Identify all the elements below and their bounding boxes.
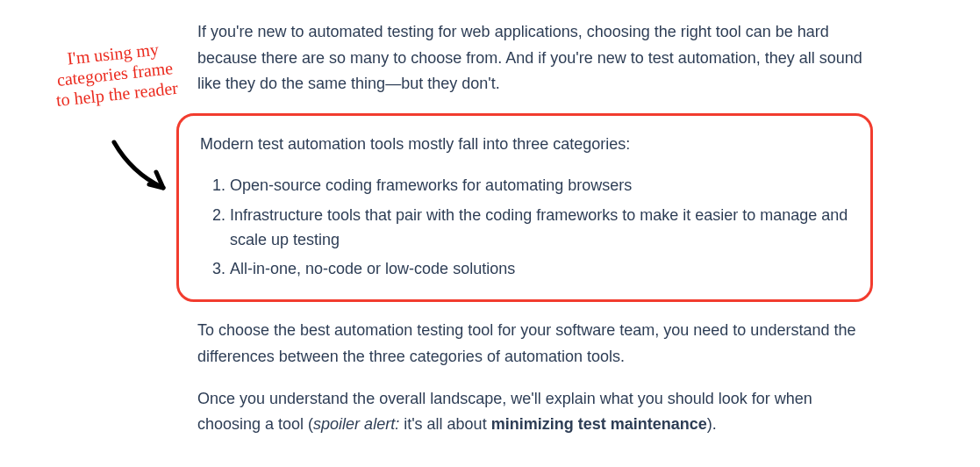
closing-mid: it's all about [399, 415, 491, 433]
intro-paragraph: If you're new to automated testing for w… [197, 19, 864, 97]
categories-list: Open-source coding frameworks for automa… [200, 174, 849, 283]
after-callout-paragraph: To choose the best automation testing to… [197, 318, 864, 370]
closing-bold: minimizing test maintenance [491, 415, 707, 433]
list-item: Infrastructure tools that pair with the … [230, 204, 849, 253]
categories-callout: Modern test automation tools mostly fall… [176, 113, 873, 302]
closing-paragraph: Once you understand the overall landscap… [197, 386, 864, 438]
list-item: Open-source coding frameworks for automa… [230, 174, 849, 198]
closing-end: ). [707, 415, 717, 433]
arrow-icon [105, 133, 184, 204]
list-item: All-in-one, no-code or low-code solution… [230, 257, 849, 282]
article-content: If you're new to automated testing for w… [197, 19, 864, 454]
spoiler-alert: spoiler alert: [313, 415, 399, 433]
callout-intro-text: Modern test automation tools mostly fall… [200, 132, 849, 158]
handwritten-annotation: I'm using my categories frame to help th… [20, 34, 210, 114]
